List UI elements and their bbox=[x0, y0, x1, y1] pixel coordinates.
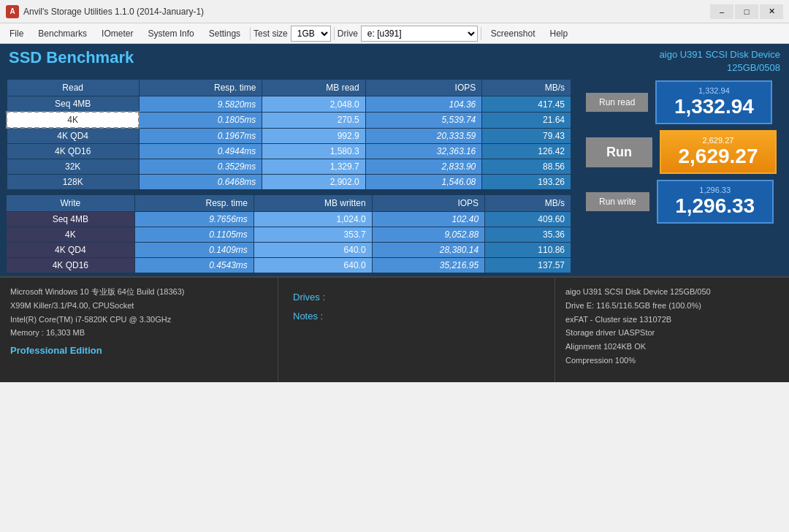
window-controls: – □ ✕ bbox=[710, 4, 783, 19]
menu-file[interactable]: File bbox=[3, 26, 30, 42]
read-mb: 992.9 bbox=[262, 128, 365, 144]
write-mbs: 137.57 bbox=[485, 258, 571, 273]
write-mbs: 110.86 bbox=[485, 243, 571, 258]
total-score-label: 2,629.27 bbox=[673, 136, 763, 145]
read-row-label: 4K QD4 bbox=[7, 128, 139, 144]
write-score-box: 1,296.33 1,296.33 bbox=[657, 180, 774, 224]
read-mbs: 21.64 bbox=[482, 112, 571, 128]
read-mbs: 88.56 bbox=[482, 159, 571, 175]
write-row-label: 4K QD16 bbox=[7, 258, 135, 273]
write-mbs: 409.60 bbox=[485, 212, 571, 227]
read-mb: 1,580.3 bbox=[262, 144, 365, 159]
read-table-row: 4K 0.1805ms 270.5 5,539.74 21.64 bbox=[7, 112, 571, 128]
read-row-label: 128K bbox=[7, 175, 139, 190]
test-size-label: Test size bbox=[254, 28, 288, 39]
sys-info-3: Intel(R) Core(TM) i7-5820K CPU @ 3.30GHz bbox=[10, 313, 267, 327]
right-panel: Run read 1,332.94 1,332.94 Run 2,629.27 … bbox=[579, 79, 783, 273]
title-bar: A Anvil's Storage Utilities 1.1.0 (2014-… bbox=[0, 0, 789, 23]
read-iops: 32,363.16 bbox=[365, 144, 482, 159]
run-read-button[interactable]: Run read bbox=[586, 93, 648, 112]
read-resp-time: 0.4944ms bbox=[139, 144, 262, 159]
write-iops: 28,380.14 bbox=[372, 243, 485, 258]
menu-benchmarks[interactable]: Benchmarks bbox=[31, 26, 94, 42]
notes-label: Notes : bbox=[293, 307, 540, 326]
read-table-row: 4K QD4 0.1967ms 992.9 20,333.59 79.43 bbox=[7, 128, 571, 144]
device-name: aigo U391 SCSI Disk Device bbox=[660, 49, 780, 60]
menu-iometer[interactable]: IOmeter bbox=[95, 26, 140, 42]
write-table-row: Seq 4MB 9.7656ms 1,024.0 102.40 409.60 bbox=[7, 212, 571, 227]
write-table-row: 4K 0.1105ms 353.7 9,052.88 35.36 bbox=[7, 227, 571, 243]
total-score-box: 2,629.27 2,629.27 bbox=[660, 130, 777, 174]
menu-separator-2 bbox=[334, 27, 335, 40]
menu-settings[interactable]: Settings bbox=[202, 26, 247, 42]
device-info: aigo U391 SCSI Disk Device 125GB/0508 bbox=[660, 48, 780, 75]
read-iops: 1,546.08 bbox=[365, 175, 482, 190]
write-table-row: 4K QD16 0.4543ms 640.0 35,216.95 137.57 bbox=[7, 258, 571, 273]
write-iops-header: IOPS bbox=[372, 195, 485, 212]
window-title: Anvil's Storage Utilities 1.1.0 (2014-Ja… bbox=[23, 7, 710, 17]
write-mb: 640.0 bbox=[254, 258, 372, 273]
menu-separator-3 bbox=[481, 27, 481, 40]
device-line-6: Compression 100% bbox=[565, 354, 779, 368]
run-button[interactable]: Run bbox=[586, 137, 652, 167]
app-icon: A bbox=[6, 5, 19, 18]
sys-info-4: Memory : 16,303 MB bbox=[10, 326, 267, 340]
mbs-header: MB/s bbox=[482, 80, 571, 96]
read-mbs: 193.26 bbox=[482, 175, 571, 190]
run-write-button[interactable]: Run write bbox=[586, 192, 649, 211]
mb-read-header: MB read bbox=[262, 80, 365, 96]
read-header: Read bbox=[7, 80, 139, 96]
sys-info-1: Microsoft Windows 10 专业版 64位 Build (1836… bbox=[10, 285, 267, 299]
read-resp-time: 0.1967ms bbox=[139, 128, 262, 144]
write-row-label: 4K bbox=[7, 227, 135, 243]
write-mb: 640.0 bbox=[254, 243, 372, 258]
write-score-label: 1,296.33 bbox=[670, 186, 761, 194]
read-mbs: 126.42 bbox=[482, 144, 571, 159]
read-score-box: 1,332.94 1,332.94 bbox=[655, 80, 772, 124]
menu-system-info[interactable]: System Info bbox=[141, 26, 200, 42]
write-row-label: 4K QD4 bbox=[7, 243, 135, 258]
iops-header: IOPS bbox=[365, 80, 482, 96]
read-mbs: 79.43 bbox=[482, 128, 571, 144]
minimize-button[interactable]: – bbox=[710, 4, 733, 19]
run-read-row: Run read 1,332.94 1,332.94 bbox=[579, 80, 783, 124]
read-mb: 1,329.7 bbox=[262, 159, 365, 175]
read-table-row: Seq 4MB 9.5820ms 2,048.0 104.36 417.45 bbox=[7, 96, 571, 113]
benchmark-area: Read Resp. time MB read IOPS MB/s Seq 4M… bbox=[0, 79, 789, 276]
drive-label: Drive bbox=[338, 28, 358, 39]
read-table-row: 128K 0.6468ms 2,902.0 1,546.08 193.26 bbox=[7, 175, 571, 190]
run-total-row: Run 2,629.27 2,629.27 bbox=[579, 130, 783, 174]
read-row-label: 4K QD16 bbox=[7, 144, 139, 159]
run-write-row: Run write 1,296.33 1,296.33 bbox=[579, 180, 783, 224]
read-resp-time: 0.3529ms bbox=[139, 159, 262, 175]
drive-select[interactable]: e: [u391] bbox=[361, 26, 478, 42]
read-iops: 20,333.59 bbox=[365, 128, 482, 144]
pro-edition-label: Professional Edition bbox=[10, 343, 267, 359]
drive-group: Drive e: [u391] bbox=[338, 26, 478, 42]
write-resp-header: Resp. time bbox=[134, 195, 254, 212]
write-iops: 35,216.95 bbox=[372, 258, 485, 273]
device-line-3: exFAT - Cluster size 131072B bbox=[565, 313, 779, 327]
menu-separator-1 bbox=[250, 27, 251, 40]
test-size-group: Test size 1GB bbox=[254, 26, 331, 42]
read-mb: 270.5 bbox=[262, 112, 365, 128]
read-row-label: Seq 4MB bbox=[7, 96, 139, 113]
write-mb-header: MB written bbox=[254, 195, 372, 212]
menu-help[interactable]: Help bbox=[544, 26, 575, 42]
write-iops: 9,052.88 bbox=[372, 227, 485, 243]
read-mb: 2,048.0 bbox=[262, 96, 365, 113]
device-line-1: aigo U391 SCSI Disk Device 125GB/050 bbox=[565, 285, 779, 299]
write-resp-time: 9.7656ms bbox=[134, 212, 254, 227]
status-center: Drives : Notes : bbox=[278, 278, 555, 382]
menu-screenshot[interactable]: Screenshot bbox=[484, 26, 542, 42]
read-iops: 104.36 bbox=[365, 96, 482, 113]
close-button[interactable]: ✕ bbox=[760, 4, 783, 19]
read-resp-time: 9.5820ms bbox=[139, 96, 262, 113]
maximize-button[interactable]: □ bbox=[735, 4, 758, 19]
write-mbs: 35.36 bbox=[485, 227, 571, 243]
read-row-label: 32K bbox=[7, 159, 139, 175]
write-table: Write Resp. time MB written IOPS MB/s Se… bbox=[6, 194, 571, 273]
read-iops: 5,539.74 bbox=[365, 112, 482, 128]
test-size-select[interactable]: 1GB bbox=[291, 26, 331, 42]
device-line-5: Alignment 1024KB OK bbox=[565, 340, 779, 354]
